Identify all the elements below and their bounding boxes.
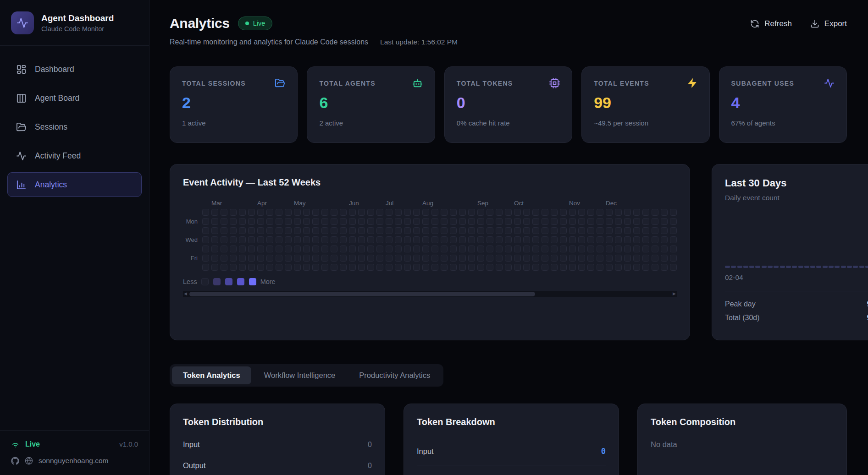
- heatmap-cell: [202, 255, 209, 262]
- heatmap-cell: [560, 246, 567, 252]
- tab-productivity-analytics[interactable]: Productivity Analytics: [348, 366, 441, 384]
- sidebar-item-activity-feed[interactable]: Activity Feed: [7, 143, 142, 168]
- heatmap-cell: [560, 227, 567, 234]
- heatmap-cell: [633, 227, 640, 234]
- heatmap-cell: [248, 218, 255, 225]
- heatmap-cell: [615, 236, 622, 243]
- scrollbar-thumb[interactable]: [189, 292, 535, 296]
- heatmap-cell: [532, 236, 539, 243]
- heatmap-cell: [202, 264, 209, 271]
- tab-workflow-intelligence[interactable]: Workflow Intelligence: [253, 366, 347, 384]
- heatmap-cell: [441, 264, 448, 271]
- heatmap-cell: [624, 246, 631, 252]
- heatmap-cell: [248, 255, 255, 262]
- heatmap-cell: [303, 209, 310, 216]
- heatmap-cell: [422, 246, 429, 252]
- heatmap-cell: [542, 209, 548, 216]
- heatmap-cell: [633, 246, 640, 252]
- heatmap-cell: [312, 264, 319, 271]
- stat-card-total-tokens: TOTAL TOKENS 0 0% cache hit rate: [444, 66, 572, 143]
- scroll-right-icon[interactable]: ▶: [673, 291, 676, 297]
- heatmap-scrollbar[interactable]: ◀ ▶: [183, 291, 677, 297]
- heatmap-cell: [431, 227, 438, 234]
- heatmap-cell: [569, 236, 576, 243]
- heatmap-cell: [652, 255, 658, 262]
- row-value: 0: [368, 441, 372, 449]
- scroll-left-icon[interactable]: ◀: [184, 291, 187, 297]
- heatmap-cell: [670, 236, 677, 243]
- heatmap-cell: [532, 255, 539, 262]
- heatmap-cell: [202, 209, 209, 216]
- heatmap-cell: [349, 209, 356, 216]
- heatmap-cell: [551, 236, 558, 243]
- heatmap-cell: [285, 218, 292, 225]
- heatmap-cell: [294, 264, 301, 271]
- row-label: Input: [183, 440, 200, 449]
- heatmap-cell: [395, 209, 402, 216]
- heatmap-cell: [303, 246, 310, 252]
- heatmap-cell: [303, 227, 310, 234]
- sidebar-item-label: Analytics: [35, 180, 67, 190]
- sidebar-item-agent-board[interactable]: Agent Board: [7, 86, 142, 110]
- folder-open-icon: [275, 78, 285, 88]
- export-button[interactable]: Export: [810, 19, 847, 28]
- heatmap-cell: [404, 255, 411, 262]
- sidebar-item-sessions[interactable]: Sessions: [7, 115, 142, 139]
- globe-icon[interactable]: [25, 457, 33, 465]
- heatmap-cell: [257, 264, 264, 271]
- heatmap-cell: [450, 264, 457, 271]
- heatmap-cell: [477, 227, 484, 234]
- heatmap-cell: [312, 255, 319, 262]
- heatmap-day-labels: MonWedFri: [183, 200, 202, 271]
- heatmap-cell: [202, 246, 209, 252]
- heatmap-cell: [257, 246, 264, 252]
- heatmap-cell: [514, 236, 521, 243]
- author-link[interactable]: sonnguyenhoang.com: [11, 457, 138, 465]
- sidebar-item-dashboard[interactable]: Dashboard: [7, 57, 142, 82]
- heatmap-title: Event Activity — Last 52 Weeks: [183, 177, 677, 188]
- analytics-tabs: Token Analytics Workflow Intelligence Pr…: [170, 364, 443, 387]
- heatmap-cell: [321, 227, 328, 234]
- heatmap-cell: [661, 255, 668, 262]
- heatmap-cell: [285, 209, 292, 216]
- peak-day-row: Peak day 99 events: [725, 300, 868, 308]
- heatmap-cell: [441, 246, 448, 252]
- bar: [835, 266, 840, 268]
- heatmap-cell: [542, 218, 548, 225]
- heatmap-scroll-area[interactable]: MarAprMayJunJulAugSepOctNovDec: [202, 200, 677, 271]
- heatmap-cell: [532, 227, 539, 234]
- legend-swatch: [225, 278, 232, 285]
- sidebar-item-analytics[interactable]: Analytics: [7, 172, 142, 197]
- brand: Agent Dashboard Claude Code Monitor: [0, 0, 149, 45]
- live-dot-icon: [245, 22, 249, 25]
- heatmap-cell: [266, 264, 273, 271]
- heatmap-cell: [551, 218, 558, 225]
- heatmap-cell: [294, 218, 301, 225]
- heatmap-cell: [441, 218, 448, 225]
- heatmap-cell: [468, 246, 475, 252]
- refresh-button[interactable]: Refresh: [750, 19, 792, 28]
- heatmap-cell: [496, 209, 503, 216]
- heatmap-cell: [431, 246, 438, 252]
- legend-swatch: [237, 278, 244, 285]
- heatmap-cell: [523, 209, 530, 216]
- app-subtitle: Claude Code Monitor: [41, 25, 114, 33]
- heatmap-cell: [257, 209, 264, 216]
- site-label[interactable]: sonnguyenhoang.com: [39, 457, 109, 465]
- heatmap-cell: [441, 209, 448, 216]
- stat-sub: 1 active: [182, 119, 285, 127]
- heatmap-cell: [257, 218, 264, 225]
- heatmap-cell: [450, 209, 457, 216]
- heatmap-cell: [367, 264, 374, 271]
- heatmap-cell: [422, 255, 429, 262]
- heatmap-cell: [523, 236, 530, 243]
- heatmap-cell: [331, 218, 337, 225]
- heatmap-cell: [221, 209, 227, 216]
- bar: [731, 266, 736, 268]
- heatmap-cell: [578, 227, 585, 234]
- app-logo: [11, 11, 34, 34]
- heatmap-cell: [404, 236, 411, 243]
- github-icon[interactable]: [11, 457, 19, 465]
- tab-token-analytics[interactable]: Token Analytics: [172, 366, 251, 384]
- heatmap-cell: [652, 264, 658, 271]
